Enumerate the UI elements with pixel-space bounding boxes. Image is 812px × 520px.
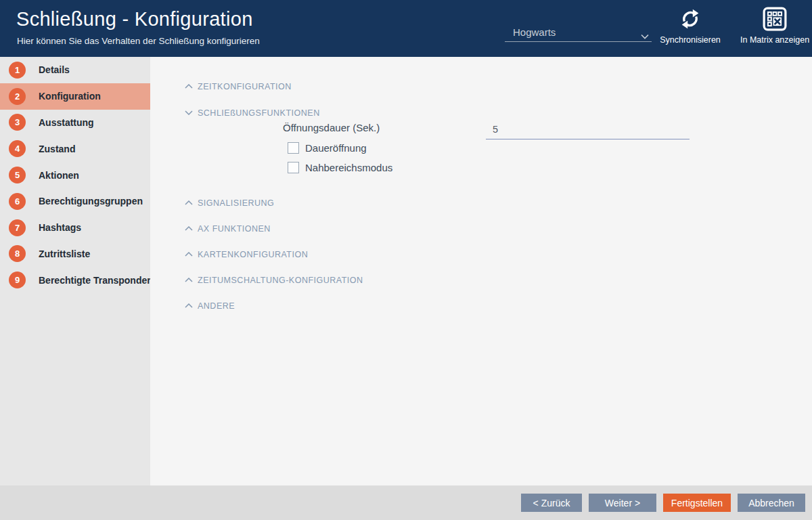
sidebar-item-ausstattung[interactable]: 3 Ausstattung: [0, 110, 150, 136]
sidebar-item-aktionen[interactable]: 5 Aktionen: [0, 162, 150, 188]
locking-system-select[interactable]: Hogwarts: [505, 23, 652, 42]
close-range-mode-checkbox[interactable]: [288, 162, 299, 173]
chevron-up-icon: [185, 200, 193, 205]
page-subtitle: Hier können Sie das Verhalten der Schlie…: [17, 36, 260, 46]
cancel-button[interactable]: Abbrechen: [738, 494, 805, 512]
step-number-badge: 3: [9, 114, 26, 131]
permanent-open-label: Daueröffnung: [305, 142, 367, 154]
close-range-mode-row: Nahbereichsmodus: [288, 162, 392, 173]
step-number-badge: 5: [9, 167, 26, 183]
lock-configuration-wizard: Schließung - Konfiguration Hier können S…: [0, 0, 812, 520]
section-zeitumschaltung-konfiguration[interactable]: ZEITUMSCHALTUNG-KONFIGURATION: [185, 274, 363, 286]
close-range-mode-label: Nahbereichsmodus: [305, 162, 392, 173]
step-number-badge: 9: [9, 272, 26, 288]
header: Schließung - Konfiguration Hier können S…: [0, 0, 812, 57]
synchronize-label: Synchronisieren: [658, 35, 723, 45]
chevron-up-icon: [185, 252, 193, 257]
show-in-matrix-button[interactable]: In Matrix anzeigen: [740, 7, 809, 45]
chevron-down-icon: [185, 110, 193, 115]
finish-button[interactable]: Fertigstellen: [663, 494, 731, 512]
section-kartenkonfiguration[interactable]: KARTENKONFIGURATION: [185, 248, 308, 260]
section-zeitkonfiguration[interactable]: ZEITKONFIGURATION: [185, 81, 292, 92]
sidebar-item-berechtigungsgruppen[interactable]: 6 Berechtigungsgruppen: [0, 188, 150, 215]
sidebar-item-konfiguration[interactable]: 2 Konfiguration: [0, 83, 150, 110]
synchronize-button[interactable]: Synchronisieren: [658, 7, 723, 45]
step-number-badge: 7: [9, 219, 26, 236]
wizard-step-sidebar: 1 Details 2 Konfiguration 3 Ausstattung …: [0, 57, 150, 485]
sidebar-item-details[interactable]: 1 Details: [0, 57, 150, 83]
permanent-open-row: Daueröffnung: [288, 142, 367, 154]
sidebar-item-hashtags[interactable]: 7 Hashtags: [0, 215, 150, 241]
sidebar-item-zustand[interactable]: 4 Zustand: [0, 135, 150, 162]
section-schliessungsfunktionen[interactable]: SCHLIEßUNGSFUNKTIONEN: [185, 107, 320, 118]
footer-button-bar: < Zurück Weiter > Fertigstellen Abbreche…: [0, 485, 812, 520]
sidebar-item-zutrittsliste[interactable]: 8 Zutrittsliste: [0, 241, 150, 267]
sidebar-item-berechtigte-transponder[interactable]: 9 Berechtigte Transponder: [0, 267, 150, 293]
configuration-panel: ZEITKONFIGURATION SCHLIEßUNGSFUNKTIONEN …: [150, 57, 812, 485]
chevron-up-icon: [185, 278, 193, 282]
section-andere[interactable]: ANDERE: [185, 300, 235, 311]
next-button[interactable]: Weiter >: [589, 494, 656, 512]
permanent-open-checkbox[interactable]: [288, 142, 299, 154]
chevron-up-icon: [185, 84, 193, 89]
step-number-badge: 8: [9, 245, 26, 262]
step-number-badge: 6: [9, 193, 26, 210]
sync-icon: [658, 7, 723, 31]
show-in-matrix-label: In Matrix anzeigen: [740, 35, 809, 45]
back-button[interactable]: < Zurück: [521, 494, 582, 512]
step-number-badge: 1: [9, 62, 26, 79]
step-number-badge: 2: [9, 88, 26, 105]
section-ax-funktionen[interactable]: AX FUNKTIONEN: [185, 223, 271, 234]
section-signalisierung[interactable]: SIGNALISIERUNG: [185, 197, 274, 209]
chevron-up-icon: [185, 226, 193, 231]
opening-duration-label: Öffnungsdauer (Sek.): [283, 122, 380, 133]
locking-system-value: Hogwarts: [513, 26, 556, 38]
matrix-grid-icon: [740, 7, 809, 31]
page-title: Schließung - Konfiguration: [16, 8, 253, 30]
chevron-down-icon: [641, 30, 649, 42]
step-number-badge: 4: [9, 140, 26, 157]
opening-duration-input[interactable]: [486, 121, 690, 139]
chevron-up-icon: [185, 303, 193, 308]
